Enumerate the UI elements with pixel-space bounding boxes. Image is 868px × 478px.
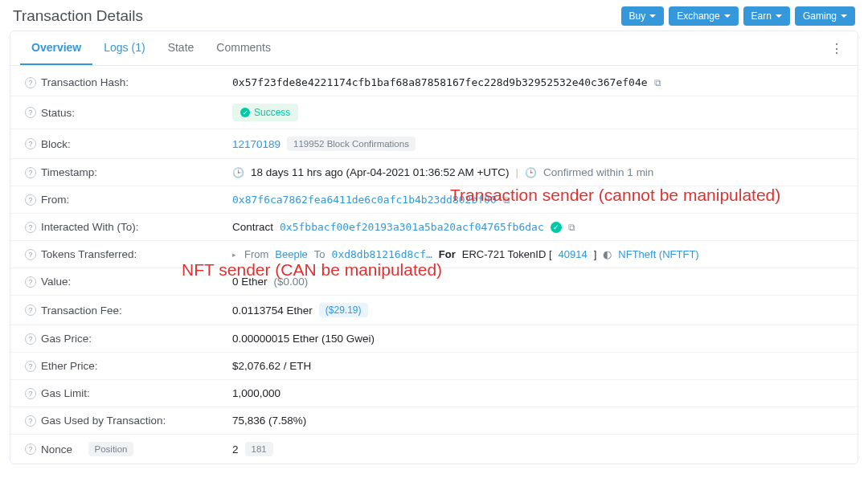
tab-state[interactable]: State <box>157 31 206 65</box>
label: Status: <box>41 107 75 119</box>
help-icon[interactable]: ? <box>25 77 36 88</box>
value-usd: ($0.00) <box>274 276 309 288</box>
help-icon[interactable]: ? <box>25 443 36 455</box>
token-icon: ◐ <box>603 248 612 260</box>
timestamp-value: 18 days 11 hrs ago (Apr-04-2021 01:36:52… <box>251 166 510 178</box>
block-link[interactable]: 12170189 <box>232 138 280 150</box>
verified-icon: ✓ <box>551 222 562 233</box>
row-timestamp: ?Timestamp: 🕒 18 days 11 hrs ago (Apr-04… <box>10 159 858 186</box>
to-prefix: Contract <box>232 221 273 233</box>
value-amount: 0 Ether <box>232 276 268 288</box>
buy-button[interactable]: Buy <box>621 6 665 26</box>
label: Timestamp: <box>41 166 97 178</box>
token-standard: ERC-721 TokenID [ <box>462 248 552 260</box>
caret-down-icon <box>649 14 656 18</box>
row-fee: ?Transaction Fee: 0.0113754 Ether ($29.1… <box>10 296 858 325</box>
copy-icon[interactable]: ⧉ <box>503 194 510 206</box>
label: Value: <box>41 276 71 288</box>
row-value: ?Value: 0 Ether ($0.00) <box>10 268 858 296</box>
row-from: ?From: 0x87f6ca7862fea6411de6c0afc1b4b23… <box>10 186 858 214</box>
label: Block: <box>41 138 71 150</box>
help-icon[interactable]: ? <box>25 194 36 206</box>
exchange-label: Exchange <box>677 10 719 22</box>
clock-icon: 🕒 <box>232 167 244 178</box>
details-rows: ?Transaction Hash: 0x57f23fde8e4221174cf… <box>10 66 858 464</box>
help-icon[interactable]: ? <box>25 388 36 399</box>
buy-label: Buy <box>629 10 646 22</box>
copy-icon[interactable]: ⧉ <box>568 222 575 233</box>
fee-usd-pill: ($29.19) <box>319 303 368 317</box>
tabs: Overview Logs (1) State Comments ⋮ <box>10 31 858 66</box>
check-icon: ✓ <box>240 108 250 117</box>
row-status: ?Status: ✓Success <box>10 96 858 129</box>
help-icon[interactable]: ? <box>25 249 36 260</box>
label: Gas Used by Transaction: <box>41 415 166 427</box>
gaming-button[interactable]: Gaming <box>795 6 855 26</box>
label: Nonce <box>41 443 72 456</box>
help-icon[interactable]: ? <box>25 138 36 149</box>
nonce-value: 2 <box>232 443 239 456</box>
label: Tokens Transferred: <box>41 248 137 260</box>
etherprice-value: $2,076.62 / ETH <box>232 360 311 372</box>
page-title: Transaction Details <box>13 7 143 25</box>
token-to-link[interactable]: 0xd8db81216d8cf… <box>332 248 432 260</box>
label: From: <box>41 194 69 206</box>
to-address-link[interactable]: 0x5fbbacf00ef20193a301a5ba20acf04765fb6d… <box>280 221 544 233</box>
row-block: ?Block: 12170189 119952 Block Confirmati… <box>10 129 858 159</box>
top-actions: Buy Exchange Earn Gaming <box>621 6 855 26</box>
label: Ether Price: <box>41 360 98 372</box>
earn-label: Earn <box>751 10 772 22</box>
gaslimit-value: 1,000,000 <box>232 387 280 399</box>
more-menu-icon[interactable]: ⋮ <box>824 38 850 59</box>
token-from-link[interactable]: Beeple <box>275 248 307 260</box>
exchange-button[interactable]: Exchange <box>669 6 738 26</box>
label: Transaction Fee: <box>41 304 122 317</box>
help-icon[interactable]: ? <box>25 167 36 178</box>
help-icon[interactable]: ? <box>25 333 36 345</box>
bullet-icon: ▸ <box>232 251 236 259</box>
help-icon[interactable]: ? <box>25 276 36 288</box>
row-to: ?Interacted With (To): Contract 0x5fbbac… <box>10 214 858 241</box>
to-label: To <box>314 248 326 260</box>
transaction-card: Overview Logs (1) State Comments ⋮ ?Tran… <box>10 31 858 464</box>
fee-amount: 0.0113754 Ether <box>232 304 313 317</box>
position-pill-label: Position <box>88 442 134 456</box>
row-etherprice: ?Ether Price: $2,076.62 / ETH <box>10 353 858 380</box>
separator: | <box>516 166 519 178</box>
token-name-link[interactable]: NFTheft (NFTFT) <box>618 248 698 260</box>
status-badge: ✓Success <box>232 104 298 121</box>
caret-down-icon <box>776 14 782 18</box>
earn-button[interactable]: Earn <box>743 6 790 26</box>
label: Gas Limit: <box>41 387 90 399</box>
help-icon[interactable]: ? <box>25 304 36 316</box>
row-gasprice: ?Gas Price: 0.00000015 Ether (150 Gwei) <box>10 325 858 353</box>
help-icon[interactable]: ? <box>25 415 36 427</box>
label: Transaction Hash: <box>41 76 129 88</box>
help-icon[interactable]: ? <box>25 107 36 118</box>
copy-icon[interactable]: ⧉ <box>654 77 661 88</box>
tab-comments[interactable]: Comments <box>205 31 282 65</box>
from-label: From <box>244 248 268 260</box>
help-icon[interactable]: ? <box>25 361 36 372</box>
caret-down-icon <box>724 14 731 18</box>
confirmations-pill: 119952 Block Confirmations <box>287 137 416 151</box>
row-gasused: ?Gas Used by Transaction: 75,836 (7.58%) <box>10 407 858 435</box>
tab-logs[interactable]: Logs (1) <box>92 31 156 65</box>
token-id-link[interactable]: 40914 <box>559 248 588 260</box>
clock-icon: 🕒 <box>525 167 537 178</box>
caret-down-icon <box>841 14 847 18</box>
gaming-label: Gaming <box>803 10 837 22</box>
tab-overview[interactable]: Overview <box>20 31 92 65</box>
row-hash: ?Transaction Hash: 0x57f23fde8e4221174cf… <box>10 69 858 96</box>
from-address-link[interactable]: 0x87f6ca7862fea6411de6c0afc1b4b23dd802bf… <box>232 194 497 206</box>
help-icon[interactable]: ? <box>25 222 36 233</box>
gasused-value: 75,836 (7.58%) <box>232 415 306 427</box>
gasprice-value: 0.00000015 Ether (150 Gwei) <box>232 333 375 345</box>
bracket-close: ] <box>594 248 597 260</box>
row-nonce: ?Nonce Position 2 181 <box>10 435 858 464</box>
label: Interacted With (To): <box>41 221 139 233</box>
label: Gas Price: <box>41 333 92 345</box>
hash-value: 0x57f23fde8e4221174cfb1baf68a87858167fec… <box>232 76 648 88</box>
for-label: For <box>439 248 456 260</box>
status-text: Success <box>254 107 290 118</box>
